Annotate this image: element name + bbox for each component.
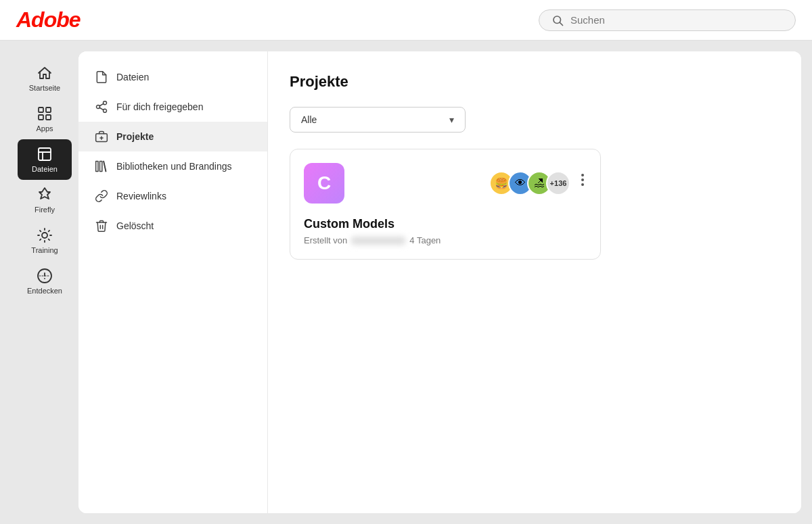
svg-line-13 bbox=[99, 108, 104, 110]
nav-label-projekte: Projekte bbox=[116, 131, 154, 142]
sidebar-label-training: Training bbox=[31, 246, 58, 254]
library-icon bbox=[95, 160, 108, 173]
discover-icon bbox=[37, 268, 53, 284]
main-content: Projekte Alle ▾ C 🍔 👁 🏖 +136 bbox=[268, 51, 801, 513]
svg-line-1 bbox=[560, 22, 562, 25]
sidebar-label-entdecken: Entdecken bbox=[27, 287, 62, 295]
meta-suffix: 4 Tagen bbox=[409, 235, 441, 245]
card-meta: Erstellt von 4 Tagen bbox=[304, 235, 587, 245]
sidebar-item-startseite[interactable]: Startseite bbox=[18, 58, 72, 99]
projekte-icon bbox=[95, 130, 108, 143]
share-icon bbox=[95, 100, 108, 114]
svg-rect-5 bbox=[46, 115, 51, 120]
page-title: Projekte bbox=[290, 73, 780, 91]
training-icon bbox=[37, 227, 53, 243]
search-icon bbox=[551, 14, 564, 26]
svg-rect-19 bbox=[100, 162, 102, 172]
nav-label-bibliotheken: Bibliotheken und Brandings bbox=[116, 161, 231, 172]
menu-dot-1 bbox=[581, 174, 584, 176]
search-bar[interactable] bbox=[539, 9, 796, 31]
sidebar-label-dateien: Dateien bbox=[32, 165, 58, 173]
topbar: Adobe bbox=[0, 0, 812, 41]
nav-label-dateien: Dateien bbox=[116, 72, 149, 82]
nav-item-freigegeben[interactable]: Für dich freigegeben bbox=[78, 92, 267, 122]
content-panel: Dateien Für dich freigegeben bbox=[78, 51, 801, 513]
svg-rect-2 bbox=[39, 108, 43, 112]
filter-selected: Alle bbox=[301, 114, 317, 125]
search-input[interactable] bbox=[570, 14, 783, 26]
avatar-count: +136 bbox=[546, 171, 570, 195]
svg-rect-18 bbox=[96, 162, 98, 172]
trash-icon bbox=[95, 219, 108, 233]
nav-label-reviewlinks: Reviewlinks bbox=[116, 191, 166, 201]
apps-icon bbox=[37, 105, 53, 122]
sidebar-label-startseite: Startseite bbox=[29, 84, 60, 92]
svg-rect-3 bbox=[46, 108, 51, 112]
sidebar-item-apps[interactable]: Apps bbox=[18, 99, 72, 139]
sidebar-item-firefly[interactable]: Firefly bbox=[18, 180, 72, 220]
nav-item-projekte[interactable]: Projekte bbox=[78, 122, 267, 151]
card-title: Custom Models bbox=[304, 217, 587, 231]
nav-item-geloscht[interactable]: Gelöscht bbox=[78, 211, 267, 241]
nav-label-freigegeben: Für dich freigegeben bbox=[116, 101, 203, 112]
svg-rect-6 bbox=[39, 148, 51, 160]
svg-line-14 bbox=[99, 103, 104, 105]
project-card[interactable]: C 🍔 👁 🏖 +136 bbox=[290, 149, 601, 260]
sidebar-item-dateien[interactable]: Dateien bbox=[18, 139, 72, 180]
card-header: C 🍔 👁 🏖 +136 bbox=[304, 163, 587, 204]
nav-item-dateien[interactable]: Dateien bbox=[78, 62, 267, 92]
sidebar-label-firefly: Firefly bbox=[35, 206, 55, 214]
menu-dot-3 bbox=[581, 183, 584, 186]
home-icon bbox=[37, 65, 53, 81]
files-icon bbox=[37, 146, 53, 162]
menu-dot-2 bbox=[581, 178, 584, 181]
adobe-logo: Adobe bbox=[16, 7, 81, 32]
card-thumbnail: C bbox=[304, 163, 344, 204]
secondary-sidebar: Dateien Für dich freigegeben bbox=[78, 51, 268, 513]
avatar-group: 🍔 👁 🏖 +136 bbox=[489, 171, 570, 195]
nav-label-geloscht: Gelöscht bbox=[116, 220, 154, 231]
svg-rect-4 bbox=[39, 115, 43, 120]
more-options-button[interactable] bbox=[579, 171, 587, 189]
firefly-icon bbox=[37, 187, 53, 203]
nav-item-bibliotheken[interactable]: Bibliotheken und Brandings bbox=[78, 151, 267, 181]
main-layout: Startseite Apps Dateien Firefly bbox=[0, 41, 812, 524]
svg-point-7 bbox=[42, 233, 47, 238]
meta-prefix: Erstellt von bbox=[304, 235, 347, 245]
meta-author-blurred bbox=[351, 237, 405, 245]
filter-dropdown[interactable]: Alle ▾ bbox=[290, 107, 466, 133]
sidebar-item-entdecken[interactable]: Entdecken bbox=[18, 261, 72, 302]
chevron-down-icon: ▾ bbox=[449, 114, 454, 125]
sidebar-label-apps: Apps bbox=[36, 124, 53, 133]
sidebar-icons: Startseite Apps Dateien Firefly bbox=[11, 51, 78, 513]
nav-item-reviewlinks[interactable]: Reviewlinks bbox=[78, 181, 267, 211]
link-icon bbox=[95, 189, 108, 203]
file-icon bbox=[95, 70, 108, 84]
sidebar-item-training[interactable]: Training bbox=[18, 220, 72, 261]
